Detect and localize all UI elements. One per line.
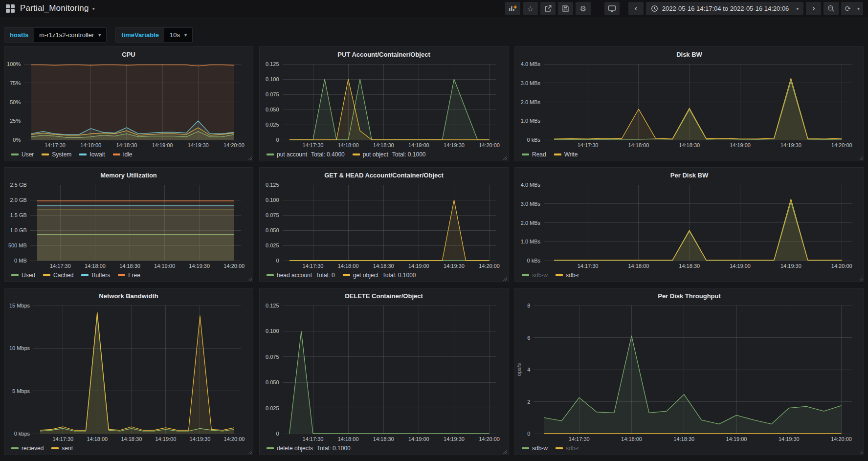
- legend-item[interactable]: head accountTotal: 0: [267, 272, 335, 279]
- legend-item[interactable]: sent: [51, 445, 73, 452]
- svg-text:5 Mbps: 5 Mbps: [12, 388, 30, 394]
- svg-text:2.0 MBs: 2.0 MBs: [521, 99, 541, 105]
- save-button[interactable]: [558, 2, 573, 15]
- time-forward-button[interactable]: ›: [806, 2, 821, 15]
- panel-title[interactable]: GET & HEAD Account/Container/Object: [260, 168, 508, 181]
- time-backward-button[interactable]: ‹: [628, 2, 644, 15]
- svg-text:14:17:30: 14:17:30: [45, 142, 66, 148]
- legend-swatch-icon: [11, 274, 19, 276]
- svg-text:14:18:30: 14:18:30: [373, 263, 394, 269]
- chart-svg: 14:17:3014:18:0014:18:3014:19:0014:19:30…: [515, 60, 864, 150]
- star-button[interactable]: ☆: [523, 2, 538, 15]
- variable-timevariable-value-dropdown[interactable]: 10s ▾: [164, 28, 192, 42]
- svg-text:0 kBs: 0 kBs: [527, 137, 541, 143]
- legend-series-total: Total: 0.1000: [382, 272, 416, 279]
- legend-item[interactable]: put objectTotal: 0.1000: [353, 151, 426, 158]
- legend-swatch-icon: [113, 154, 120, 155]
- legend-item[interactable]: sdb-w: [522, 445, 548, 452]
- svg-text:0.025: 0.025: [266, 242, 279, 248]
- legend-item[interactable]: Free: [118, 272, 140, 279]
- chart-diskbw[interactable]: 14:17:3014:18:0014:18:3014:19:0014:19:30…: [515, 60, 864, 150]
- legend-series-name: put object: [363, 151, 388, 158]
- legend-item[interactable]: Read: [522, 151, 546, 158]
- legend-series-name: get object: [353, 272, 378, 279]
- chart-perdiskbw[interactable]: 14:17:3014:18:0014:18:3014:19:0014:19:30…: [515, 181, 864, 270]
- svg-text:0.100: 0.100: [266, 197, 279, 203]
- panel-title[interactable]: Per Disk BW: [515, 168, 864, 181]
- svg-text:500 MB: 500 MB: [8, 242, 27, 248]
- refresh-interval-caret-icon[interactable]: ▾: [857, 6, 860, 11]
- share-button[interactable]: [540, 2, 556, 15]
- legend-swatch-icon: [267, 447, 274, 449]
- zoom-out-button[interactable]: [823, 2, 839, 15]
- chart-gethead[interactable]: 14:17:3014:18:0014:18:3014:19:0014:19:30…: [260, 181, 508, 270]
- svg-text:14:17:30: 14:17:30: [578, 263, 599, 269]
- variable-timevariable-value: 10s: [170, 31, 180, 39]
- legend-item[interactable]: User: [11, 151, 34, 158]
- svg-text:0: 0: [276, 258, 279, 263]
- legend-item[interactable]: Write: [554, 151, 578, 158]
- panel-title[interactable]: Disk BW: [515, 47, 864, 60]
- panel-title[interactable]: CPU: [4, 47, 253, 60]
- legend-item[interactable]: recieved: [11, 445, 44, 452]
- svg-text:14:19:00: 14:19:00: [154, 263, 175, 269]
- legend-item[interactable]: delete objectsTotal: 0.1000: [267, 445, 351, 452]
- svg-text:1.5 GB: 1.5 GB: [10, 212, 27, 218]
- legend-item[interactable]: System: [42, 151, 71, 158]
- settings-button[interactable]: ⚙: [576, 2, 591, 15]
- svg-text:14:17:30: 14:17:30: [50, 263, 71, 269]
- cycle-view-button[interactable]: [604, 2, 620, 15]
- legend-series-name: sdb-w: [532, 272, 548, 279]
- panel-title[interactable]: Per Disk Throughput: [515, 288, 864, 302]
- legend-item[interactable]: sdb-r: [556, 445, 579, 452]
- svg-text:6: 6: [527, 335, 530, 341]
- panel-title[interactable]: Memory Utilization: [4, 168, 253, 181]
- panel-put: PUT Account/Container/Object14:17:3014:1…: [259, 46, 509, 161]
- legend-swatch-icon: [556, 447, 563, 449]
- panel-title[interactable]: Network Bandwidth: [4, 288, 253, 302]
- chart-memory[interactable]: 14:17:3014:18:0014:18:3014:19:0014:19:30…: [4, 181, 253, 270]
- legend-item[interactable]: put accountTotal: 0.4000: [267, 151, 345, 158]
- legend-item[interactable]: idle: [113, 151, 133, 158]
- chart-svg: 14:17:3014:18:0014:18:3014:19:0014:19:30…: [515, 302, 864, 443]
- refresh-button[interactable]: ⟳ ▾: [841, 2, 863, 15]
- legend-series-name: Cached: [53, 272, 73, 279]
- panel-title[interactable]: PUT Account/Container/Object: [260, 47, 508, 60]
- legend-swatch-icon: [522, 274, 529, 276]
- legend-swatch-icon: [79, 154, 87, 155]
- chart-cpu[interactable]: 14:17:3014:18:0014:18:3014:19:0014:19:30…: [4, 60, 253, 150]
- svg-text:2: 2: [527, 399, 530, 405]
- legend-item[interactable]: Buffers: [81, 272, 110, 279]
- variable-hostis-value-dropdown[interactable]: m-r1z1s2-controller ▾: [34, 28, 106, 42]
- svg-text:14:18:00: 14:18:00: [338, 142, 359, 148]
- legend-swatch-icon: [522, 154, 529, 155]
- monitor-icon: [608, 5, 616, 12]
- grafana-menu-icon[interactable]: [6, 4, 14, 13]
- time-range-picker[interactable]: 2022-05-16 14:17:04 to 2022-05-16 14:20:…: [646, 2, 804, 15]
- chart-delete[interactable]: 14:17:3014:18:0014:18:3014:19:0014:19:30…: [260, 302, 508, 443]
- add-panel-button[interactable]: [505, 2, 520, 15]
- legend-item[interactable]: Cached: [43, 272, 73, 279]
- legend-item[interactable]: sdb-w: [522, 272, 548, 279]
- legend-series-name: User: [22, 151, 34, 158]
- svg-text:14:19:00: 14:19:00: [408, 436, 429, 442]
- add-panel-icon: [509, 5, 517, 12]
- panel-network: Network Bandwidth14:17:3014:18:0014:18:3…: [4, 288, 253, 455]
- chart-perdiskthroughput[interactable]: 14:17:3014:18:0014:18:3014:19:0014:19:30…: [515, 302, 864, 443]
- legend-item[interactable]: Used: [11, 272, 35, 279]
- panel-title[interactable]: DELETE Container/Object: [260, 288, 508, 302]
- legend-item[interactable]: sdb-r: [556, 272, 579, 279]
- svg-text:2.0 GB: 2.0 GB: [10, 197, 27, 203]
- chart-network[interactable]: 14:17:3014:18:0014:18:3014:19:0014:19:30…: [4, 302, 253, 443]
- svg-text:14:19:00: 14:19:00: [730, 263, 751, 269]
- chart-put[interactable]: 14:17:3014:18:0014:18:3014:19:0014:19:30…: [260, 60, 508, 150]
- legend-item[interactable]: Iowait: [79, 151, 105, 158]
- legend-item[interactable]: get objectTotal: 0.1000: [343, 272, 416, 279]
- svg-text:14:18:30: 14:18:30: [373, 142, 394, 148]
- dashboard-title-dropdown[interactable]: Partial_Monitoring ▾: [20, 3, 95, 13]
- svg-text:0.125: 0.125: [266, 61, 279, 67]
- gear-icon: ⚙: [580, 5, 586, 12]
- legend-series-total: Total: 0.1000: [392, 151, 426, 158]
- variable-hostis-value: m-r1z1s2-controller: [39, 31, 94, 39]
- chevron-down-icon: ▾: [184, 32, 187, 38]
